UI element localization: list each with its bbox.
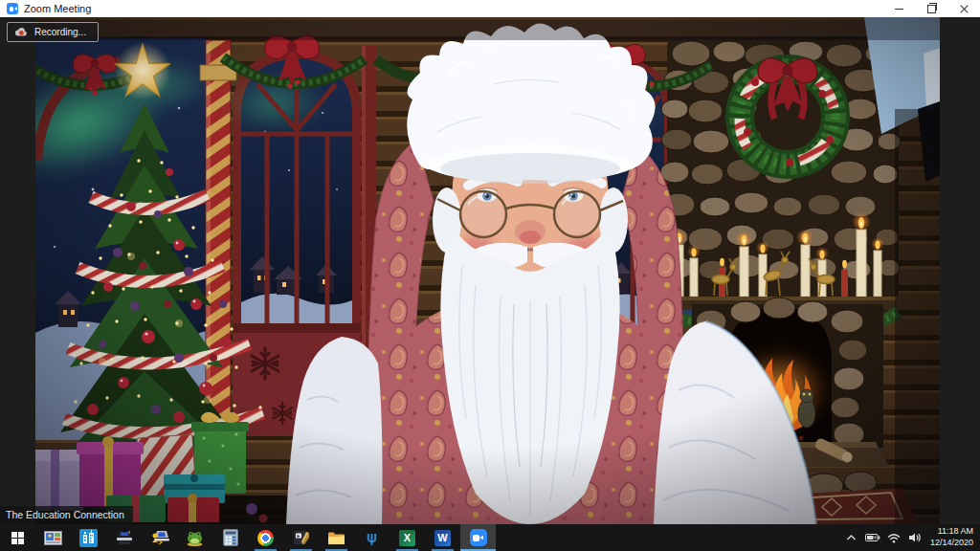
taskbar-file-explorer[interactable] — [319, 524, 354, 551]
santa-scene — [35, 17, 940, 524]
desktop: Zoom Meeting — [0, 0, 980, 551]
taskbar-media-player-app[interactable] — [283, 524, 319, 551]
vignette — [35, 17, 940, 524]
excel-icon: X — [399, 530, 415, 546]
chrome-icon — [257, 530, 274, 546]
taskbar-classroom-computer-app[interactable] — [106, 524, 142, 551]
video-player-icon — [293, 530, 310, 545]
word-icon: W — [434, 530, 451, 546]
window-titlebar: Zoom Meeting — [0, 0, 980, 17]
speaker-icon — [908, 532, 922, 543]
system-tray: 11:18 AM 12/14/2020 — [841, 524, 980, 551]
taskbar-zoom[interactable] — [460, 524, 496, 551]
close-icon — [959, 4, 969, 13]
taskbar-psi-app[interactable]: ψ — [354, 524, 390, 551]
minimize-button[interactable] — [882, 0, 915, 17]
taskbar-calculator-app[interactable] — [212, 524, 248, 551]
taskbar: ψ X W — [0, 524, 980, 551]
tray-clock[interactable]: 11:18 AM 12/14/2020 — [925, 526, 980, 548]
participant-video[interactable] — [35, 17, 940, 524]
titlebar-app-group: Zoom Meeting — [0, 3, 91, 14]
green-frog-icon — [186, 530, 204, 546]
restore-icon — [927, 5, 936, 13]
participant-name-label: The Education Connection — [0, 506, 133, 524]
wifi-icon — [887, 533, 901, 543]
tray-chevron[interactable] — [841, 524, 862, 551]
window-title: Zoom Meeting — [24, 3, 91, 14]
blue-tile-building-icon — [79, 529, 98, 547]
tray-date: 12/14/2020 — [930, 538, 973, 549]
meeting-content: Recording... The Education Connection — [0, 17, 980, 524]
psi-letter-icon: ψ — [367, 530, 377, 545]
recording-label: Recording... — [34, 28, 86, 37]
tray-battery[interactable] — [862, 524, 883, 551]
calculator-icon — [223, 529, 238, 546]
tray-volume[interactable] — [904, 524, 925, 551]
taskbar-education-blue-app[interactable] — [71, 524, 106, 551]
monitor-person-icon — [150, 529, 169, 546]
restore-button[interactable] — [915, 0, 947, 17]
windows-logo-icon — [11, 532, 24, 544]
taskbar-frog-app[interactable] — [177, 524, 212, 551]
close-button[interactable] — [947, 0, 980, 17]
start-button[interactable] — [0, 524, 35, 551]
tray-wifi[interactable] — [883, 524, 904, 551]
taskbar-word[interactable]: W — [425, 524, 460, 551]
taskbar-photo-viewer-app[interactable] — [35, 524, 71, 551]
monitor-graduation-cap-icon — [115, 529, 134, 546]
folder-icon — [327, 531, 345, 545]
zoom-app-icon — [7, 3, 18, 14]
recording-indicator[interactable]: Recording... — [7, 22, 99, 42]
minimize-icon — [895, 9, 903, 10]
zoom-camera-icon — [470, 529, 487, 546]
battery-icon — [865, 533, 880, 542]
photo-window-icon — [44, 531, 62, 545]
taskbar-excel[interactable]: X — [390, 524, 425, 551]
taskbar-remote-support-app[interactable] — [142, 524, 177, 551]
taskbar-chrome[interactable] — [248, 524, 283, 551]
window-controls — [882, 0, 980, 17]
tray-time: 11:18 AM — [930, 526, 973, 538]
chevron-up-icon — [846, 534, 857, 541]
cloud-record-icon — [14, 27, 29, 37]
